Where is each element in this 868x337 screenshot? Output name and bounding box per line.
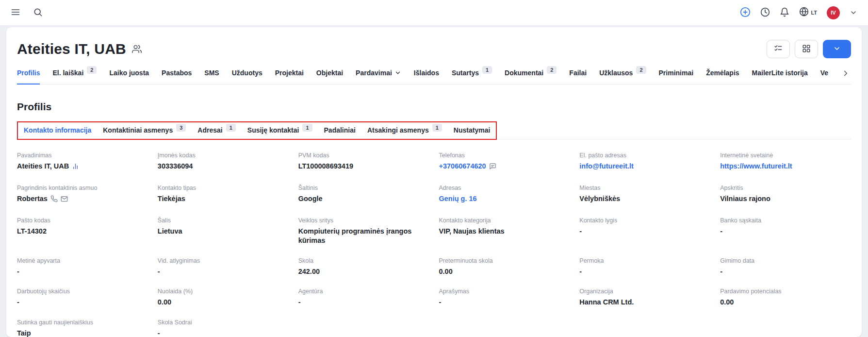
menu-button[interactable] — [11, 7, 20, 18]
subtab-label: Kontakto informacija — [24, 126, 91, 134]
subtab-kontaktiniai-asmenys[interactable]: Kontaktiniai asmenys3 — [103, 126, 186, 134]
field-value[interactable]: https://www.futureit.lt — [720, 162, 792, 170]
phone-icon[interactable] — [50, 195, 58, 205]
topbar-right: LT IV — [740, 6, 857, 19]
field-banko-saskaita: Banko sąskaita- — [720, 217, 851, 245]
field-vid-atlyginimas: Vid. atlyginimas- — [158, 257, 289, 276]
tab-label: Profilis — [17, 69, 40, 77]
tab-pardavimai[interactable]: Pardavimai — [356, 69, 401, 84]
field-salis: ŠalisLietuva — [158, 217, 289, 245]
field-value[interactable]: info@futureeit.lt — [579, 162, 634, 170]
field-label: Miestas — [579, 185, 710, 191]
tasks-button[interactable] — [767, 40, 790, 58]
topbar: LT IV — [0, 0, 868, 25]
subtab-nustatymai[interactable]: Nustatymai — [454, 126, 490, 134]
avatar[interactable]: IV — [827, 6, 840, 19]
field-label: Darbuotojų skaičius — [17, 288, 148, 295]
tab-failai[interactable]: Failai — [569, 69, 587, 84]
subtab-padaliniai[interactable]: Padaliniai — [324, 126, 356, 134]
field-value: Robertas — [17, 194, 148, 205]
clock-icon — [760, 7, 770, 18]
field-kontakto-tipas: Kontakto tipasTiekėjas — [158, 185, 289, 205]
field-label: Aprašymas — [439, 288, 570, 295]
tabs-scroll-right-chevron-icon[interactable] — [841, 69, 850, 78]
field-sutinka-gauti-naujienlaiskius: Sutinka gauti naujienlaiškiusTaip — [17, 319, 148, 337]
field-label: Organizacija — [579, 288, 710, 295]
search-button[interactable] — [33, 7, 43, 18]
tab-sutartys[interactable]: Sutartys1 — [452, 69, 492, 84]
mail-icon[interactable] — [61, 195, 68, 205]
subtab-bar: Kontakto informacijaKontaktiniai asmenys… — [17, 121, 851, 139]
field-value[interactable]: +37060674620 — [439, 162, 496, 170]
tab-laiko-juosta[interactable]: Laiko juosta — [109, 69, 149, 84]
tab-sms[interactable]: SMS — [204, 69, 219, 84]
tab-pastabos[interactable]: Pastabos — [162, 69, 192, 84]
field-preterminuota-skola: Preterminuota skola0.00 — [439, 257, 570, 276]
field-value: Ateities IT, UAB — [17, 162, 148, 172]
tab-label: El. laiškai — [52, 69, 83, 77]
subtab-label: Kontaktiniai asmenys — [103, 126, 173, 134]
field-value: - — [158, 329, 289, 337]
history-button[interactable] — [760, 7, 770, 18]
tab-islaidos[interactable]: Išlaidos — [414, 69, 439, 84]
field-value: Tiekėjas — [158, 194, 289, 203]
field-label: Šalis — [158, 217, 289, 224]
field-kontakto-lygis: Kontakto lygis- — [579, 217, 710, 245]
field-value: Lietuva — [158, 227, 289, 236]
user-menu-chevron-icon[interactable] — [850, 9, 857, 17]
tab-label: Dokumentai — [505, 69, 543, 77]
bar-chart-icon[interactable] — [72, 163, 79, 172]
field-nuolaida: Nuolaida (%)0.00 — [158, 288, 289, 307]
subtab-label: Nustatymai — [454, 126, 490, 134]
tab-el-laiskai[interactable]: El. laiškai2 — [52, 69, 97, 84]
field-pvm-kodas: PVM kodasLT100008693419 — [298, 152, 429, 172]
header-actions — [767, 40, 851, 58]
field-value: - — [298, 298, 429, 307]
tab-objektai[interactable]: Objektai — [316, 69, 343, 84]
field-value: 303336094 — [158, 162, 289, 171]
tab-uzduotys[interactable]: Užduotys — [232, 69, 262, 84]
field-darbuotoju-skaicius: Darbuotojų skaičius- — [17, 288, 148, 307]
subtab-atsakingi-asmenys[interactable]: Atsakingi asmenys1 — [367, 126, 442, 134]
tab-priminimai[interactable]: Priminimai — [659, 69, 694, 84]
field-value: 242.00 — [298, 267, 429, 276]
tab-dokumentai[interactable]: Dokumentai2 — [505, 69, 557, 84]
notifications-button[interactable] — [780, 7, 789, 18]
count-badge: 1 — [432, 124, 442, 132]
language-selector[interactable]: LT — [799, 7, 817, 18]
chat-icon[interactable] — [489, 163, 496, 172]
field-value: 0.00 — [158, 298, 289, 307]
tab-label: Sutartys — [452, 69, 479, 77]
field-label: Kontakto kategorija — [439, 217, 570, 224]
field-pasto-kodas: Pašto kodasLT-14302 — [17, 217, 148, 245]
field-value: Vėlybniškės — [579, 194, 710, 203]
actions-dropdown-button[interactable] — [823, 40, 851, 58]
tab-projektai[interactable]: Projektai — [275, 69, 304, 84]
tab-label: SMS — [204, 69, 219, 77]
count-badge: 3 — [176, 124, 186, 132]
count-badge: 2 — [547, 66, 557, 74]
field-imones-kodas: Įmonės kodas303336094 — [158, 152, 289, 172]
tab-label: Failai — [569, 69, 587, 77]
field-skola-sodrai: Skola Sodrai- — [158, 319, 289, 337]
field-value[interactable]: Genių g. 16 — [439, 195, 477, 202]
subtab-susije-kontaktai[interactable]: Susiję kontaktai1 — [247, 126, 312, 134]
tab-profilis[interactable]: Profilis — [17, 69, 40, 84]
tab-uzklausos[interactable]: Užklausos2 — [599, 69, 646, 84]
field-label: El. pašto adresas — [579, 152, 710, 159]
tab-label: MailerLite istorija — [752, 69, 808, 77]
people-icon[interactable] — [132, 44, 142, 54]
quick-add-button[interactable] — [740, 7, 751, 19]
tab-ve[interactable]: Ve — [820, 69, 828, 84]
field-saltinis: ŠaltinisGoogle — [298, 185, 429, 205]
subtab-label: Adresai — [197, 126, 222, 134]
tab-zemelapis[interactable]: Žemėlapis — [706, 69, 739, 84]
subtab-adresai[interactable]: Adresai1 — [197, 126, 235, 134]
field-pavadinimas: PavadinimasAteities IT, UAB — [17, 152, 148, 172]
chevron-down-icon — [833, 45, 841, 54]
modules-button[interactable] — [795, 40, 818, 58]
globe-icon — [799, 7, 809, 18]
subtab-kontakto-informacija[interactable]: Kontakto informacija — [24, 126, 91, 134]
tab-label: Priminimai — [659, 69, 694, 77]
tab-mailerlite-istorija[interactable]: MailerLite istorija — [752, 69, 808, 84]
